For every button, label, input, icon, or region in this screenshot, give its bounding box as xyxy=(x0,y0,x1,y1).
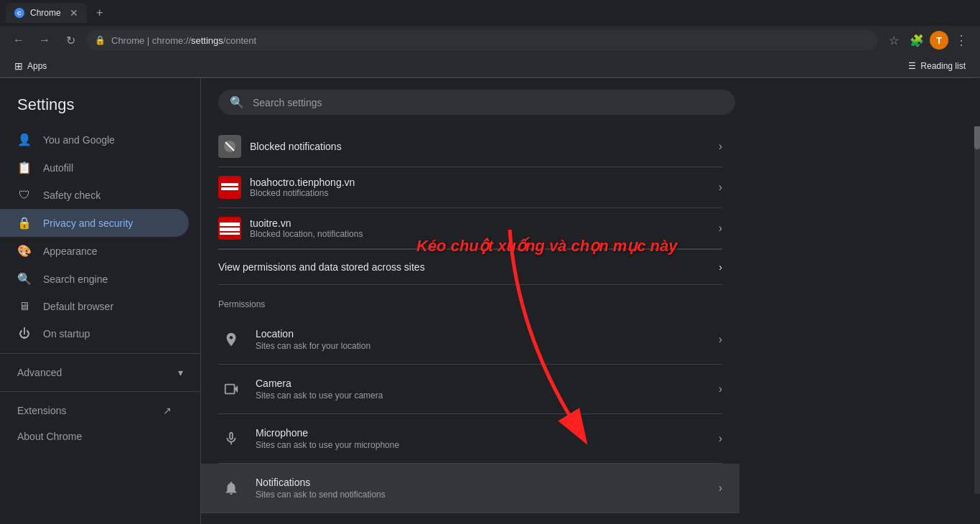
camera-desc: Sites can ask to use your camera xyxy=(256,390,707,401)
sidebar-label-about-chrome: About Chrome xyxy=(17,431,82,442)
microphone-chevron: › xyxy=(719,432,722,445)
menu-button[interactable]: ⋮ xyxy=(951,30,971,50)
security-icon: 🔒 xyxy=(95,35,106,45)
tab-bar: C Chrome ✕ + xyxy=(0,0,980,26)
sidebar-item-privacy-security[interactable]: 🔒 Privacy and security xyxy=(0,209,189,237)
site-favicon-blocked xyxy=(218,135,241,158)
location-desc: Sites can ask for your location xyxy=(256,341,707,351)
extensions-button[interactable]: 🧩 xyxy=(907,30,927,50)
sidebar-item-you-and-google[interactable]: 👤 You and Google xyxy=(0,126,189,154)
profile-button[interactable]: T xyxy=(930,31,948,50)
permission-item-background-sync[interactable]: Background sync Recently closed sites ca… xyxy=(218,513,722,524)
content-inner: Blocked notifications › hoahoctro.tienph… xyxy=(201,126,739,524)
permission-item-location[interactable]: Location Sites can ask for your location… xyxy=(218,315,722,365)
site-chevron-blocked: › xyxy=(719,140,722,153)
microphone-text: Microphone Sites can ask to use your mic… xyxy=(256,427,707,450)
permissions-section-label: Permissions xyxy=(218,285,722,315)
tuoitre-status: Blocked location, notifications xyxy=(250,229,710,239)
permission-item-camera[interactable]: Camera Sites can ask to use your camera … xyxy=(218,365,722,414)
chevron-down-icon: ▾ xyxy=(178,367,183,378)
tab-close-icon[interactable]: ✕ xyxy=(70,7,78,19)
tab-favicon: C xyxy=(14,8,24,18)
search-input[interactable] xyxy=(253,97,724,108)
main-layout: Settings 👤 You and Google 📋 Autofill 🛡 S… xyxy=(0,78,980,524)
sidebar-item-default-browser[interactable]: 🖥 Default browser xyxy=(0,293,189,320)
monitor-icon: 🖥 xyxy=(17,300,32,313)
active-tab[interactable]: C Chrome ✕ xyxy=(6,3,87,23)
sidebar-advanced-header[interactable]: Advanced ▾ xyxy=(0,360,200,385)
hoahoctro-name: hoahoctro.tienphong.vn xyxy=(250,177,710,188)
address-bar[interactable]: 🔒 Chrome | chrome://settings/content xyxy=(86,30,878,50)
blocked-notifications-name: Blocked notifications xyxy=(250,141,710,152)
star-button[interactable]: ☆ xyxy=(884,30,904,50)
search-icon: 🔍 xyxy=(17,272,32,286)
microphone-title: Microphone xyxy=(256,427,707,439)
sidebar-divider-1 xyxy=(0,353,200,354)
tuoitre-name: tuoitre.vn xyxy=(250,217,710,229)
refresh-button[interactable]: ↻ xyxy=(60,30,80,50)
view-permissions-label: View permissions and data stored across … xyxy=(218,261,425,273)
sidebar-item-search-engine[interactable]: 🔍 Search engine xyxy=(0,265,189,293)
location-chevron: › xyxy=(719,333,722,346)
sidebar-label-you-and-google: You and Google xyxy=(43,134,115,146)
notifications-chevron: › xyxy=(719,482,722,495)
location-text: Location Sites can ask for your location xyxy=(256,328,707,351)
blocked-notifications-item[interactable]: Blocked notifications › xyxy=(218,126,722,167)
site-favicon-tuoitre xyxy=(218,217,241,240)
sidebar-item-appearance[interactable]: 🎨 Appearance xyxy=(0,237,189,265)
camera-icon xyxy=(218,376,244,402)
reading-list-button[interactable]: ☰ Reading list xyxy=(902,60,971,72)
svg-rect-3 xyxy=(221,183,238,186)
sidebar: Settings 👤 You and Google 📋 Autofill 🛡 S… xyxy=(0,78,201,524)
sidebar-label-on-startup: On startup xyxy=(43,328,90,340)
tuoitre-item[interactable]: tuoitre.vn Blocked location, notificatio… xyxy=(218,208,722,249)
sidebar-label-safety-check: Safety check xyxy=(43,190,101,201)
sidebar-title: Settings xyxy=(0,90,200,126)
browser-chrome: C Chrome ✕ + ← → ↻ 🔒 Chrome | chrome://s… xyxy=(0,0,980,78)
person-icon: 👤 xyxy=(17,133,32,146)
svg-rect-7 xyxy=(220,228,240,231)
sidebar-item-safety-check[interactable]: 🛡 Safety check xyxy=(0,182,189,209)
new-tab-button[interactable]: + xyxy=(90,3,110,23)
site-chevron-tuoitre: › xyxy=(719,222,722,235)
location-icon xyxy=(218,327,244,352)
view-permissions-chevron: › xyxy=(719,261,722,273)
notifications-text: Notifications Sites can ask to send noti… xyxy=(256,477,707,500)
content-area[interactable]: 🔍 Blocked notifications › xyxy=(201,78,980,524)
view-permissions-button[interactable]: View permissions and data stored across … xyxy=(218,249,722,285)
forward-button[interactable]: → xyxy=(34,30,55,50)
sidebar-label-privacy-security: Privacy and security xyxy=(43,217,133,229)
permission-item-microphone[interactable]: Microphone Sites can ask to use your mic… xyxy=(218,414,722,464)
svg-rect-6 xyxy=(220,223,240,226)
camera-chevron: › xyxy=(719,383,722,396)
hoahoctro-status: Blocked notifications xyxy=(250,188,710,198)
sidebar-label-autofill: Autofill xyxy=(43,162,73,174)
reading-list-label: Reading list xyxy=(920,61,966,71)
site-chevron-hoahoctro: › xyxy=(719,181,722,194)
permission-item-notifications[interactable]: Notifications Sites can ask to send noti… xyxy=(201,464,739,513)
clipboard-icon: 📋 xyxy=(17,161,32,174)
location-title: Location xyxy=(256,328,707,340)
search-bar-icon: 🔍 xyxy=(230,95,244,109)
site-favicon-hoahoctro xyxy=(218,176,241,199)
apps-bookmark[interactable]: ⊞ Apps xyxy=(9,59,52,73)
back-button[interactable]: ← xyxy=(9,30,29,50)
sidebar-item-on-startup[interactable]: ⏻ On startup xyxy=(0,320,189,347)
camera-title: Camera xyxy=(256,378,707,389)
sidebar-item-autofill[interactable]: 📋 Autofill xyxy=(0,154,189,182)
search-bar: 🔍 xyxy=(218,90,735,115)
sidebar-label-default-browser: Default browser xyxy=(43,301,113,312)
search-container: 🔍 xyxy=(201,78,980,126)
camera-text: Camera Sites can ask to use your camera xyxy=(256,378,707,401)
external-link-icon: ↗ xyxy=(163,405,172,416)
apps-grid-icon: ⊞ xyxy=(14,60,23,72)
sidebar-item-extensions[interactable]: Extensions ↗ xyxy=(0,398,189,424)
hoahoctro-item[interactable]: hoahoctro.tienphong.vn Blocked notificat… xyxy=(218,167,722,208)
apps-label: Apps xyxy=(27,61,47,71)
sidebar-item-about-chrome[interactable]: About Chrome xyxy=(0,424,189,449)
microphone-icon xyxy=(218,426,244,452)
scrollbar[interactable] xyxy=(974,78,980,494)
sidebar-label-appearance: Appearance xyxy=(43,245,98,257)
notification-bell-icon xyxy=(218,475,244,501)
blocked-notifications-info: Blocked notifications xyxy=(250,141,710,152)
